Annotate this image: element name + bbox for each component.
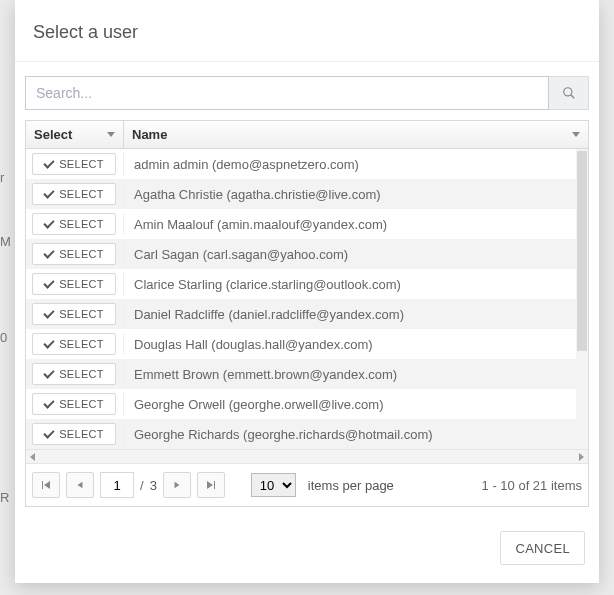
chevron-down-icon xyxy=(572,132,580,137)
svg-line-1 xyxy=(570,95,574,99)
select-button-label: SELECT xyxy=(59,308,104,320)
select-button[interactable]: SELECT xyxy=(32,363,116,385)
scroll-right-icon xyxy=(579,453,584,461)
cell-select: SELECT xyxy=(26,363,124,385)
pager-last-icon xyxy=(205,479,217,491)
modal-footer: CANCEL xyxy=(15,515,599,583)
svg-rect-7 xyxy=(214,481,215,489)
bg-text: r xyxy=(0,170,4,185)
table-row: SELECTAgatha Christie (agatha.christie@l… xyxy=(26,179,588,209)
cell-name: Carl Sagan (carl.sagan@yahoo.com) xyxy=(124,247,588,262)
check-icon xyxy=(44,217,55,228)
svg-marker-5 xyxy=(174,482,179,489)
pager: / 3 10 items per page 1 - 10 of 21 items xyxy=(26,463,588,506)
select-button[interactable]: SELECT xyxy=(32,183,116,205)
select-button[interactable]: SELECT xyxy=(32,273,116,295)
search-row xyxy=(25,76,589,110)
cell-name: Georghe Richards (georghe.richards@hotma… xyxy=(124,427,588,442)
cell-name: admin admin (demo@aspnetzero.com) xyxy=(124,157,588,172)
table-row: SELECTEmmett Brown (emmett.brown@yandex.… xyxy=(26,359,588,389)
bg-text: 0 xyxy=(0,330,7,345)
user-grid: Select Name SELECTadmin admin (demo@aspn… xyxy=(25,120,589,507)
cell-select: SELECT xyxy=(26,393,124,415)
cell-name: Amin Maalouf (amin.maalouf@yandex.com) xyxy=(124,217,588,232)
check-icon xyxy=(44,367,55,378)
pager-last-button[interactable] xyxy=(197,472,225,498)
search-button[interactable] xyxy=(549,76,589,110)
table-row: SELECTGeorghe Richards (georghe.richards… xyxy=(26,419,588,449)
check-icon xyxy=(44,397,55,408)
col-header-name-label: Name xyxy=(132,127,167,142)
cell-select: SELECT xyxy=(26,183,124,205)
pager-first-button[interactable] xyxy=(32,472,60,498)
check-icon xyxy=(44,337,55,348)
pager-pagesize-select[interactable]: 10 xyxy=(251,473,296,497)
check-icon xyxy=(44,307,55,318)
pager-items-per-page-label: items per page xyxy=(308,478,394,493)
select-button[interactable]: SELECT xyxy=(32,153,116,175)
cell-name: Georghe Orwell (georghe.orwell@live.com) xyxy=(124,397,588,412)
cell-select: SELECT xyxy=(26,333,124,355)
svg-rect-2 xyxy=(42,481,43,489)
vertical-scrollbar[interactable] xyxy=(576,149,588,449)
svg-point-0 xyxy=(563,88,571,96)
cancel-button[interactable]: CANCEL xyxy=(500,531,585,565)
table-row: SELECTGeorghe Orwell (georghe.orwell@liv… xyxy=(26,389,588,419)
svg-marker-3 xyxy=(44,481,50,489)
pager-prev-button[interactable] xyxy=(66,472,94,498)
select-button[interactable]: SELECT xyxy=(32,423,116,445)
check-icon xyxy=(44,157,55,168)
search-icon xyxy=(562,86,576,100)
pager-next-icon xyxy=(172,480,182,490)
table-row: SELECTadmin admin (demo@aspnetzero.com) xyxy=(26,149,588,179)
select-user-modal: Select a user Select Name SELECTadmin ad… xyxy=(15,0,599,583)
search-input[interactable] xyxy=(25,76,549,110)
pager-slash: / xyxy=(140,478,144,493)
select-button[interactable]: SELECT xyxy=(32,393,116,415)
pager-first-icon xyxy=(40,479,52,491)
svg-marker-6 xyxy=(207,481,213,489)
select-button-label: SELECT xyxy=(59,218,104,230)
select-button[interactable]: SELECT xyxy=(32,303,116,325)
select-button[interactable]: SELECT xyxy=(32,333,116,355)
modal-body: Select Name SELECTadmin admin (demo@aspn… xyxy=(15,62,599,515)
grid-header: Select Name xyxy=(26,121,588,149)
bg-text: M xyxy=(0,234,11,249)
horizontal-scrollbar[interactable] xyxy=(26,449,588,463)
cell-select: SELECT xyxy=(26,213,124,235)
cell-name: Emmett Brown (emmett.brown@yandex.com) xyxy=(124,367,588,382)
select-button-label: SELECT xyxy=(59,158,104,170)
check-icon xyxy=(44,277,55,288)
cell-select: SELECT xyxy=(26,303,124,325)
col-header-name[interactable]: Name xyxy=(124,121,588,148)
table-row: SELECTCarl Sagan (carl.sagan@yahoo.com) xyxy=(26,239,588,269)
cell-name: Douglas Hall (douglas.hall@yandex.com) xyxy=(124,337,588,352)
cell-select: SELECT xyxy=(26,243,124,265)
pager-total-pages: 3 xyxy=(150,478,157,493)
cell-name: Daniel Radcliffe (daniel.radcliffe@yande… xyxy=(124,307,588,322)
modal-title: Select a user xyxy=(33,22,581,43)
select-button-label: SELECT xyxy=(59,398,104,410)
select-button-label: SELECT xyxy=(59,248,104,260)
select-button-label: SELECT xyxy=(59,428,104,440)
select-button-label: SELECT xyxy=(59,368,104,380)
col-header-select[interactable]: Select xyxy=(26,121,124,148)
cell-name: Agatha Christie (agatha.christie@live.co… xyxy=(124,187,588,202)
select-button-label: SELECT xyxy=(59,278,104,290)
select-button[interactable]: SELECT xyxy=(32,243,116,265)
bg-text: R xyxy=(0,490,9,505)
pager-range: 1 - 10 of 21 items xyxy=(482,478,582,493)
table-row: SELECTDouglas Hall (douglas.hall@yandex.… xyxy=(26,329,588,359)
col-header-select-label: Select xyxy=(34,127,72,142)
pager-prev-icon xyxy=(75,480,85,490)
pager-page-input[interactable] xyxy=(100,472,134,498)
svg-marker-4 xyxy=(78,482,83,489)
table-row: SELECTClarice Starling (clarice.starling… xyxy=(26,269,588,299)
scrollbar-thumb[interactable] xyxy=(577,151,587,351)
cell-select: SELECT xyxy=(26,423,124,445)
grid-body: SELECTadmin admin (demo@aspnetzero.com)S… xyxy=(26,149,588,449)
select-button[interactable]: SELECT xyxy=(32,213,116,235)
select-button-label: SELECT xyxy=(59,188,104,200)
cell-select: SELECT xyxy=(26,153,124,175)
pager-next-button[interactable] xyxy=(163,472,191,498)
